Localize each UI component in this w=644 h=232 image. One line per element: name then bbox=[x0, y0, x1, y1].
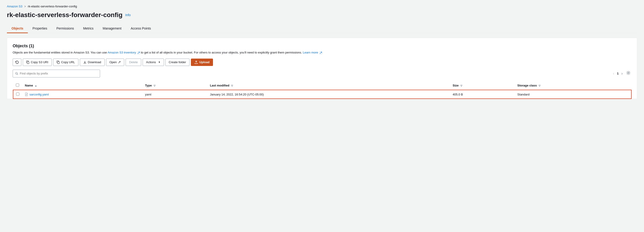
select-all-checkbox[interactable] bbox=[16, 83, 19, 87]
row-storage-class: Standard bbox=[514, 90, 631, 99]
copy-icon bbox=[26, 61, 30, 64]
storage-class-sort-icon: ▽ bbox=[539, 84, 540, 87]
refresh-button[interactable] bbox=[13, 59, 22, 66]
table-settings-button[interactable] bbox=[625, 70, 631, 77]
svg-rect-2 bbox=[27, 62, 29, 64]
gear-icon bbox=[626, 71, 630, 75]
toolbar: Copy S3 URI Copy URL Download Open bbox=[13, 59, 631, 66]
pagination-row: ‹ 1 › bbox=[612, 70, 631, 77]
upload-label: Upload bbox=[200, 60, 210, 64]
col-size[interactable]: Size ▽ bbox=[450, 81, 514, 90]
external-link-icon bbox=[137, 51, 140, 54]
objects-panel: Objects (1) Objects are the fundamental … bbox=[7, 38, 637, 99]
copy-url-button[interactable]: Copy URL bbox=[53, 59, 78, 66]
copy-url-label: Copy URL bbox=[61, 60, 75, 64]
svg-rect-3 bbox=[58, 62, 59, 64]
col-name[interactable]: Name ▲ bbox=[22, 81, 142, 90]
search-input[interactable] bbox=[20, 72, 98, 75]
page-title: rk-elastic-serverless-forwarder-config bbox=[7, 11, 122, 19]
last-modified-sort-icon: ▽ bbox=[231, 84, 233, 87]
breadcrumb: Amazon S3 > rk-elastic-serverless-forwar… bbox=[7, 5, 637, 8]
col-last-modified[interactable]: Last modified ▽ bbox=[207, 81, 450, 90]
desc-after: to get a list of all objects in your buc… bbox=[141, 51, 303, 54]
file-link[interactable]: sarconfig.yaml bbox=[30, 93, 49, 96]
open-label: Open bbox=[110, 60, 117, 64]
tab-access-points[interactable]: Access Points bbox=[126, 24, 156, 33]
actions-dropdown-arrow: ▼ bbox=[158, 61, 160, 63]
delete-button[interactable]: Delete bbox=[126, 59, 141, 66]
breadcrumb-amazon-s3-link[interactable]: Amazon S3 bbox=[7, 5, 22, 8]
tab-metrics[interactable]: Metrics bbox=[78, 24, 98, 33]
copy-url-icon bbox=[56, 61, 60, 64]
row-type: yaml bbox=[142, 90, 207, 99]
tab-properties[interactable]: Properties bbox=[28, 24, 52, 33]
info-badge[interactable]: Info bbox=[125, 13, 131, 17]
actions-button[interactable]: Actions ▼ bbox=[142, 59, 164, 66]
size-sort-icon: ▽ bbox=[460, 84, 462, 87]
learn-more-external-icon bbox=[320, 51, 322, 54]
download-icon bbox=[83, 61, 86, 64]
name-sort-icon: ▲ bbox=[35, 84, 37, 87]
open-button[interactable]: Open bbox=[106, 59, 124, 66]
row-checkbox[interactable] bbox=[16, 92, 19, 96]
file-icon bbox=[25, 92, 28, 96]
prev-page-button[interactable]: ‹ bbox=[612, 71, 615, 76]
panel-description: Objects are the fundamental entities sto… bbox=[13, 50, 631, 55]
page-number: 1 bbox=[617, 72, 618, 75]
copy-s3-uri-button[interactable]: Copy S3 URI bbox=[23, 59, 52, 66]
row-size: 405.0 B bbox=[450, 90, 514, 99]
tab-permissions[interactable]: Permissions bbox=[52, 24, 78, 33]
upload-button[interactable]: Upload bbox=[191, 59, 213, 66]
breadcrumb-current: rk-elastic-serverless-forwarder-config bbox=[28, 5, 77, 8]
delete-label: Delete bbox=[129, 60, 138, 64]
download-button[interactable]: Download bbox=[80, 59, 105, 66]
objects-table: Name ▲ Type ▽ Last modified ▽ Size ▽ bbox=[13, 81, 631, 99]
breadcrumb-separator: > bbox=[24, 5, 26, 8]
tabs: Objects Properties Permissions Metrics M… bbox=[7, 24, 637, 33]
refresh-icon bbox=[15, 60, 19, 64]
create-folder-button[interactable]: Create folder bbox=[165, 59, 190, 66]
search-box[interactable] bbox=[13, 70, 100, 77]
open-external-icon bbox=[118, 61, 121, 64]
table-row: sarconfig.yaml yaml January 14, 2022, 16… bbox=[13, 90, 632, 99]
col-storage-class[interactable]: Storage class ▽ bbox=[514, 81, 631, 90]
search-row: ‹ 1 › bbox=[13, 70, 631, 77]
page-title-row: rk-elastic-serverless-forwarder-config I… bbox=[7, 11, 637, 19]
learn-more-link[interactable]: Learn more bbox=[303, 51, 318, 54]
tab-management[interactable]: Management bbox=[98, 24, 126, 33]
actions-label: Actions bbox=[146, 60, 156, 64]
upload-icon bbox=[194, 60, 198, 64]
desc-before: Objects are the fundamental entities sto… bbox=[13, 51, 108, 54]
s3-inventory-link[interactable]: Amazon S3 inventory bbox=[108, 51, 136, 54]
download-label: Download bbox=[88, 60, 101, 64]
next-page-button[interactable]: › bbox=[620, 71, 624, 76]
svg-point-5 bbox=[628, 72, 629, 74]
col-type[interactable]: Type ▽ bbox=[142, 81, 207, 90]
row-last-modified: January 14, 2022, 16:54:20 (UTC-05:00) bbox=[207, 90, 450, 99]
tab-objects[interactable]: Objects bbox=[7, 24, 28, 33]
type-sort-icon: ▽ bbox=[154, 84, 156, 87]
copy-s3-uri-label: Copy S3 URI bbox=[31, 60, 48, 64]
panel-title: Objects (1) bbox=[13, 44, 631, 48]
create-folder-label: Create folder bbox=[169, 60, 186, 64]
search-icon bbox=[15, 72, 18, 75]
